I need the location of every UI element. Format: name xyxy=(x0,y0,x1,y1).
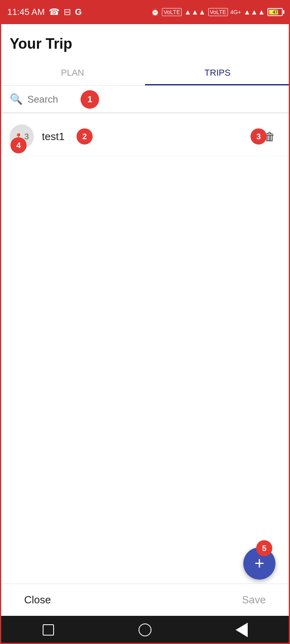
nav-home-button[interactable] xyxy=(135,620,155,640)
search-bar: 🔍 1 xyxy=(0,86,290,113)
signal-icon-1: ▲▲▲ xyxy=(184,8,205,17)
app-title-container: Your Trip xyxy=(0,24,290,60)
phone-icon: ☎ xyxy=(49,7,60,17)
nav-back-button[interactable] xyxy=(232,620,252,640)
alarm-icon: ⏰ xyxy=(151,8,160,17)
trip-name: test1 xyxy=(42,130,259,143)
search-input[interactable] xyxy=(27,94,280,105)
annotation-badge-4: 4 xyxy=(10,137,27,153)
search-icon: 🔍 xyxy=(10,93,23,105)
close-button[interactable]: Close xyxy=(24,594,51,606)
annotation-badge-2: 2 xyxy=(77,128,93,144)
status-left: 11:45 AM ☎ ⊟ G xyxy=(7,7,82,17)
save-button[interactable]: Save xyxy=(242,594,266,606)
status-bar: 11:45 AM ☎ ⊟ G ⏰ VoLTE ▲▲▲ VoLTE 4G+ ▲▲▲… xyxy=(0,0,290,24)
tab-trips[interactable]: TRIPS xyxy=(145,60,290,85)
google-icon: G xyxy=(75,7,82,17)
status-right: ⏰ VoLTE ▲▲▲ VoLTE 4G+ ▲▲▲ 47 xyxy=(151,8,283,17)
signal-icon-2: ▲▲▲ xyxy=(244,8,265,17)
volte-icon: VoLTE xyxy=(162,8,182,16)
sim-icon: ⊟ xyxy=(64,7,71,17)
home-icon xyxy=(139,623,151,636)
volte-icon-2: VoLTE xyxy=(208,8,228,16)
main-content: Your Trip PLAN TRIPS 🔍 1 4 📍 3 test1 xyxy=(0,24,290,160)
tab-plan[interactable]: PLAN xyxy=(0,60,145,85)
4g-icon: 4G+ xyxy=(230,9,241,15)
time-display: 11:45 AM xyxy=(7,7,45,17)
annotation-badge-3: 3 xyxy=(251,128,267,144)
plus-icon: + xyxy=(255,555,265,572)
bottom-bar: Close Save xyxy=(0,584,290,616)
trip-item[interactable]: 4 📍 3 test1 2 3 🗑 xyxy=(0,117,290,156)
trip-list: 4 📍 3 test1 2 3 🗑 xyxy=(0,113,290,160)
recents-icon xyxy=(43,624,54,636)
annotation-badge-1: 1 xyxy=(81,90,99,109)
back-icon xyxy=(236,623,248,637)
tab-bar: PLAN TRIPS xyxy=(0,60,290,86)
navigation-bar xyxy=(0,616,290,644)
battery-icon: 47 xyxy=(267,8,283,16)
annotation-badge-5: 5 xyxy=(256,540,272,556)
page-title: Your Trip xyxy=(10,35,72,52)
nav-recents-button[interactable] xyxy=(38,620,58,640)
stop-count: 3 xyxy=(24,132,29,141)
